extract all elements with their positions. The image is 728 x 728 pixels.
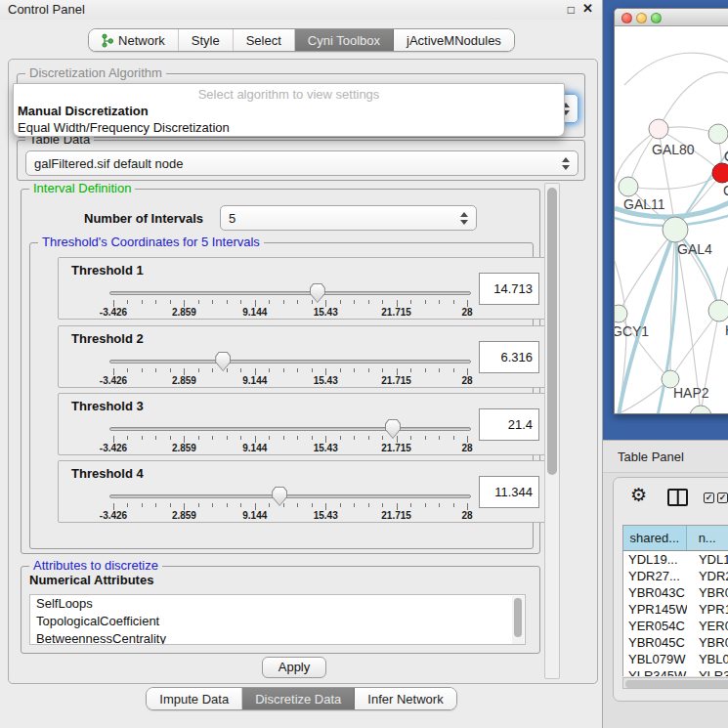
slider-tick-label: 15.43 — [314, 375, 338, 386]
slider-thumb[interactable] — [272, 487, 287, 506]
table-row[interactable]: YBR043CYBR0... — [623, 584, 728, 601]
threshold-slider[interactable]: -3.4262.8599.14415.4321.71528 — [113, 494, 467, 520]
network-node[interactable] — [619, 177, 638, 196]
table-cell: YDL19... — [623, 551, 687, 568]
slider-tick-label: 21.715 — [381, 375, 411, 386]
zoom-window-icon[interactable] — [651, 13, 662, 23]
threshold-value-field[interactable]: 6.316 — [479, 341, 539, 373]
list-scrollbar[interactable] — [512, 596, 524, 645]
table-row[interactable]: YDL19...YDL1... — [623, 551, 728, 568]
slider-tick-label: -3.426 — [100, 510, 127, 521]
attributes-group-legend: Attributes to discretize — [29, 558, 162, 574]
attribute-list-item[interactable]: TopologicalCoefficient — [30, 613, 525, 630]
network-node-label: GAL4 — [677, 241, 712, 257]
table-cell: YDR2... — [687, 568, 728, 584]
threshold-slider[interactable]: -3.4262.8599.14415.4321.71528 — [113, 360, 467, 385]
slider-tick-label: 21.715 — [381, 510, 411, 521]
network-node[interactable] — [649, 119, 668, 139]
threshold-value-field[interactable]: 14.713 — [479, 273, 539, 305]
tab-jactivemnodules[interactable]: jActiveMNodules — [394, 29, 514, 51]
network-node[interactable] — [708, 300, 728, 321]
slider-track[interactable] — [109, 291, 471, 295]
slider-track[interactable] — [109, 494, 471, 498]
algorithm-group-legend: Discretization Algorithm — [25, 65, 166, 81]
dropdown-item[interactable]: Manual Discretization — [14, 103, 564, 119]
threshold-slider[interactable]: -3.4262.8599.14415.4321.71528 — [113, 291, 467, 317]
table-cell: YDL1... — [687, 551, 728, 568]
attributes-group: Attributes to discretize Numerical Attri… — [21, 566, 540, 654]
network-node[interactable] — [690, 406, 711, 414]
split-columns-icon[interactable] — [667, 489, 688, 506]
slider-thumb[interactable] — [385, 419, 401, 439]
threshold-value-field[interactable]: 11.344 — [479, 476, 539, 508]
table-column-header[interactable]: shared... — [623, 526, 687, 550]
table-cell: YLR345W — [623, 667, 687, 676]
num-intervals-combobox[interactable]: 5 — [220, 205, 477, 231]
slider-tick-label: -3.426 — [100, 375, 127, 386]
network-canvas[interactable]: GAL80GACGAL11GAL4GCY1HHAP2 — [615, 26, 728, 414]
numerical-attributes-list[interactable]: SelfLoopsTopologicalCoefficientBetweenne… — [29, 594, 526, 645]
threshold-panel: Threshold 3 -3.4262.8599.14415.4321.7152… — [58, 393, 546, 455]
network-view-window[interactable]: GAL80GACGAL11GAL4GCY1HHAP2 — [614, 8, 728, 414]
table-row[interactable]: YBL079WYBL0... — [623, 651, 728, 667]
right-area: GAL80GACGAL11GAL4GCY1HHAP2 Table Panel ⚙… — [603, 0, 728, 728]
bottom-tab-bar: Impute DataDiscretize DataInfer Network — [0, 687, 603, 710]
float-panel-icon[interactable]: □ — [568, 3, 575, 17]
tab-select[interactable]: Select — [234, 29, 295, 51]
select-columns-icon[interactable]: ✓ — [717, 492, 728, 503]
bottom-tab-impute-data[interactable]: Impute Data — [147, 688, 242, 709]
slider-tick-label: -3.426 — [100, 443, 127, 453]
slider-thumb[interactable] — [215, 352, 231, 371]
table-cell: YER0... — [687, 618, 728, 634]
close-window-icon[interactable] — [621, 13, 632, 23]
attribute-list-item[interactable]: BetweennessCentrality — [30, 630, 525, 645]
threshold-slider[interactable]: -3.4262.8599.14415.4321.71528 — [113, 427, 467, 452]
threshold-coordinates-group: Threshold's Coordinates for 5 Intervals … — [29, 242, 534, 549]
slider-tick-label: 28 — [461, 510, 472, 521]
gear-icon[interactable]: ⚙ — [630, 484, 647, 506]
tab-cyni-toolbox[interactable]: Cyni Toolbox — [295, 29, 394, 51]
network-node-label: GAL11 — [623, 196, 665, 212]
tab-style[interactable]: Style — [179, 29, 234, 51]
minimize-window-icon[interactable] — [636, 13, 647, 23]
table-header[interactable]: shared...n... — [623, 526, 728, 551]
table-row[interactable]: YER054CYER0... — [623, 618, 728, 634]
slider-tick-label: 21.715 — [381, 443, 411, 453]
slider-thumb[interactable] — [310, 283, 325, 303]
table-toolbar: ⚙ ✓ ✓ — [614, 478, 728, 517]
table-row[interactable]: YBR045CYBR0... — [623, 634, 728, 651]
slider-track[interactable] — [109, 360, 471, 364]
network-node[interactable] — [615, 305, 627, 322]
close-panel-icon[interactable]: ✕ — [582, 1, 593, 16]
table-row[interactable]: YPR145WYPR1... — [623, 601, 728, 618]
table-cell: YBR043C — [623, 584, 687, 601]
attribute-list-item[interactable]: SelfLoops — [30, 595, 525, 613]
apply-button[interactable]: Apply — [262, 657, 326, 678]
bottom-tab-discretize-data[interactable]: Discretize Data — [242, 688, 355, 709]
threshold-panel: Threshold 1 -3.4262.8599.14415.4321.7152… — [58, 257, 546, 320]
slider-tick-labels: -3.4262.8599.14415.4321.71528 — [113, 443, 467, 453]
bottom-tab-infer-network[interactable]: Infer Network — [355, 688, 455, 709]
table-data-combobox[interactable]: galFiltered.sif default node — [25, 150, 578, 176]
tab-network[interactable]: Network — [89, 29, 179, 51]
threshold-label: Threshold 2 — [71, 331, 144, 346]
network-node[interactable] — [663, 217, 688, 242]
table-cell: YBL0... — [687, 651, 728, 667]
network-node[interactable] — [712, 163, 728, 183]
slider-tick-labels: -3.4262.8599.14415.4321.71528 — [113, 307, 467, 318]
node-table[interactable]: shared...n... YDL19...YDL1...YDR27...YDR… — [622, 525, 728, 676]
slider-tick-label: 15.43 — [314, 307, 338, 318]
threshold-value-field[interactable]: 21.4 — [479, 408, 539, 441]
slider-track[interactable] — [109, 427, 471, 431]
table-row[interactable]: YDR27...YDR2... — [623, 568, 728, 584]
panel-scrollbar[interactable] — [544, 183, 560, 679]
table-column-header[interactable]: n... — [687, 526, 728, 550]
combo-stepper-icon — [556, 157, 570, 170]
slider-tick-label: 15.43 — [314, 443, 338, 453]
select-columns-icon[interactable]: ✓ — [704, 492, 714, 503]
dropdown-item[interactable]: Equal Width/Frequency Discretization — [14, 119, 564, 136]
table-horizontal-scrollbar[interactable] — [622, 677, 728, 689]
table-row[interactable]: YLR345WYLR3... — [623, 667, 728, 676]
network-node[interactable] — [708, 124, 728, 144]
dropdown-hint: Select algorithm to view settings — [14, 86, 564, 103]
